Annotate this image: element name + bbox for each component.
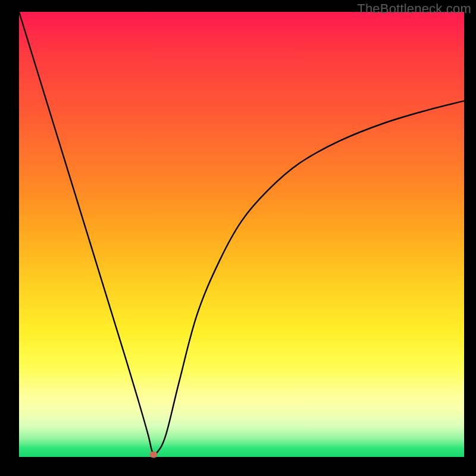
watermark-text: TheBottleneck.com (357, 1, 471, 17)
plot-area (19, 12, 464, 457)
minimum-marker (149, 451, 157, 458)
bottleneck-curve (19, 12, 464, 457)
chart-frame: TheBottleneck.com (0, 0, 476, 476)
